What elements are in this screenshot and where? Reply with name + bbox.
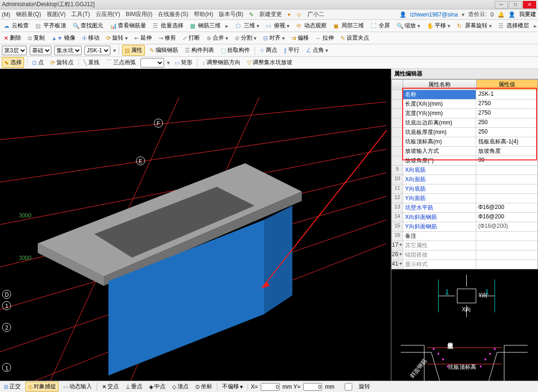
prop-row[interactable]: 9X向底筋 <box>392 165 538 175</box>
parallel-button[interactable]: ∥平行 <box>282 45 301 55</box>
ortho-toggle[interactable]: ⊞正交 <box>2 382 23 391</box>
prop-row[interactable]: 宽度(Y向)(mm)2750 <box>392 108 538 118</box>
3d-button[interactable]: ⬡三维▾ <box>234 21 261 31</box>
prop-group-row[interactable]: 26+锚固搭接 <box>392 250 538 259</box>
x-input[interactable] <box>261 383 280 391</box>
selfloor-button[interactable]: ☰选择楼层 <box>497 21 531 31</box>
pick-button[interactable]: ⬚拾取构件 <box>219 45 252 55</box>
move-button[interactable]: ✢移动 <box>80 33 101 43</box>
menu-tools[interactable]: 工具(T) <box>71 10 90 18</box>
property-grid[interactable]: 属性名称 属性值 名称JSK-1长度(X向)(mm)2750宽度(Y向)(mm)… <box>391 79 538 269</box>
pan-button[interactable]: ✋平移▾ <box>425 21 452 31</box>
perp-toggle[interactable]: ⊥垂点 <box>124 382 144 391</box>
vert-toggle[interactable]: ◇顶点 <box>170 382 190 391</box>
3d-viewport[interactable]: 3000 3000 E F D 1 2 1 5 <box>0 69 391 392</box>
prop-row[interactable]: 放坡输入方式放坡角度 <box>392 146 538 156</box>
rotate-button[interactable]: ⟳旋转▾ <box>104 33 130 43</box>
topview-button[interactable]: ▭俯视▾ <box>264 21 291 31</box>
mid-toggle[interactable]: ◈中点 <box>147 382 167 391</box>
batch-select-button[interactable]: ☰批量选择 <box>151 21 185 31</box>
twopt-button[interactable]: ⊹两点 <box>258 45 279 55</box>
line-button[interactable]: ╲直线 <box>82 58 101 67</box>
rebar3d-button[interactable]: ▦钢筋三维 <box>188 21 223 31</box>
fullscreen-button[interactable]: ⛶全屏 <box>369 21 392 31</box>
rotate-toggle[interactable]: 旋转 <box>337 382 372 391</box>
y-input[interactable] <box>303 383 322 391</box>
snap-toggle[interactable]: ◎对象捕捉 <box>25 382 58 392</box>
break-button[interactable]: ⤢打断 <box>181 33 202 43</box>
prop-row[interactable]: 名称JSK-1 <box>392 90 538 99</box>
close-button[interactable]: ✕ <box>523 1 536 8</box>
floor-select[interactable]: 第3层 <box>2 46 27 55</box>
align-button[interactable]: ⊟对齐▾ <box>261 33 287 43</box>
delete-button[interactable]: ✕删除 <box>2 33 23 43</box>
angle-button[interactable]: ∠点角▾ <box>304 45 330 55</box>
shape-select[interactable] <box>141 58 164 67</box>
prop-row[interactable]: 13坑壁水平筋Φ16@200 <box>392 203 538 212</box>
arc-button[interactable]: ⌒三点画弧 <box>104 58 138 67</box>
cloud-check-button[interactable]: ☁云检查 <box>2 21 31 31</box>
mirror-button[interactable]: ▲▼镜像 <box>50 33 77 43</box>
user-name[interactable]: lzhiwen1967@sina <box>410 11 458 18</box>
zoom-button[interactable]: 🔍缩放▾ <box>395 21 422 31</box>
attr-button[interactable]: ▤属性 <box>122 45 145 56</box>
nooffset-toggle[interactable]: 不偏移▾ <box>220 382 245 391</box>
xpt-toggle[interactable]: ✕交点 <box>100 382 121 391</box>
offset-button[interactable]: ⇉偏移 <box>290 33 311 43</box>
bell-icon[interactable]: 🔔 <box>497 11 505 18</box>
avatar-icon[interactable]: 👤 <box>508 11 515 18</box>
menu-m[interactable]: (M) <box>2 11 10 18</box>
editrebar-button[interactable]: ✎编辑钢筋 <box>148 45 180 55</box>
guangxiaoer[interactable]: 广小二 <box>307 10 324 18</box>
adjslope-button[interactable]: ▽调整集水坑放坡 <box>245 58 294 67</box>
prop-row[interactable]: 16备注 <box>392 231 538 241</box>
prop-row[interactable]: 坑底板厚度(mm)250 <box>392 127 538 137</box>
menu-help[interactable]: 帮助(H) <box>194 10 213 18</box>
want-build[interactable]: 我要建 <box>519 10 536 18</box>
prop-row[interactable]: 11Y向底筋 <box>392 184 538 193</box>
point-button[interactable]: ⊡点 <box>30 58 46 67</box>
menu-view[interactable]: 视图(V) <box>47 10 66 18</box>
find-element-button[interactable]: 🔍查找图元 <box>71 21 105 31</box>
copy-button[interactable]: ⧉复制 <box>26 33 47 43</box>
view-rebar-button[interactable]: 📊查看钢筋量 <box>108 21 148 31</box>
menu-online[interactable]: 在线服务(S) <box>158 10 188 18</box>
rect-button[interactable]: ▭矩形 <box>173 58 194 67</box>
minimize-button[interactable]: ─ <box>495 1 508 8</box>
prop-row[interactable]: 坑板顶标高(m)筏板底标高-1(4) <box>392 137 538 146</box>
orbit-button[interactable]: ⟲动态观察 <box>294 21 329 31</box>
maximize-button[interactable]: □ <box>509 1 522 8</box>
split-button[interactable]: ⊘分割▾ <box>233 33 258 43</box>
prop-row[interactable]: 放坡角度(°)90 <box>392 156 538 165</box>
rotpt-button[interactable]: ⟳旋转点 <box>49 58 75 67</box>
prop-group-row[interactable]: 17+其它属性 <box>392 241 538 250</box>
local3d-button[interactable]: ▣局部三维 <box>331 21 366 31</box>
prop-row[interactable]: 14X向斜面钢筋Φ16@200 <box>392 212 538 222</box>
menu-bim[interactable]: BIM应用(I) <box>126 10 153 18</box>
extend-button[interactable]: ⇤延伸 <box>132 33 154 43</box>
name-select[interactable]: JSK-1 <box>84 46 110 55</box>
menu-cloud[interactable]: 云应用(Y) <box>96 10 120 18</box>
dyninput-toggle[interactable]: ▭动态输入 <box>61 382 94 391</box>
tan-toggle[interactable]: ⊙坐标 <box>193 382 214 391</box>
select-button[interactable]: ⬉选择 <box>2 57 24 68</box>
prop-row[interactable]: 15Y向斜面钢筋(Φ16@200) <box>392 222 538 231</box>
category-select[interactable]: 基础 <box>30 46 51 55</box>
grip-button[interactable]: ✎设置夹点 <box>339 33 371 43</box>
screenrot-button[interactable]: ↻屏幕旋转▾ <box>455 21 494 31</box>
type-select[interactable]: 集水坑 <box>54 46 82 55</box>
stretch-button[interactable]: ↔拉伸 <box>314 33 336 43</box>
prop-row[interactable]: 12Y向面筋 <box>392 193 538 203</box>
prop-row[interactable]: 10X向面筋 <box>392 175 538 184</box>
adjdir-button[interactable]: ↕调整钢筋方向 <box>200 58 242 67</box>
prop-row[interactable]: 坑底出边距离(mm)250 <box>392 118 538 127</box>
trim-button[interactable]: ⇥修剪 <box>157 33 178 43</box>
menu-rebar[interactable]: 钢筋量(Q) <box>16 10 41 18</box>
list-button[interactable]: ☰构件列表 <box>183 45 216 55</box>
merge-button[interactable]: ⊕合并▾ <box>205 33 230 43</box>
menu-version[interactable]: 版本号(B) <box>219 10 243 18</box>
prop-row[interactable]: 长度(X向)(mm)2750 <box>392 99 538 108</box>
new-change[interactable]: 新建变更 <box>259 10 282 18</box>
prop-group-row[interactable]: 41+显示样式 <box>392 259 538 269</box>
flush-button[interactable]: ▤平齐板顶 <box>33 21 68 31</box>
